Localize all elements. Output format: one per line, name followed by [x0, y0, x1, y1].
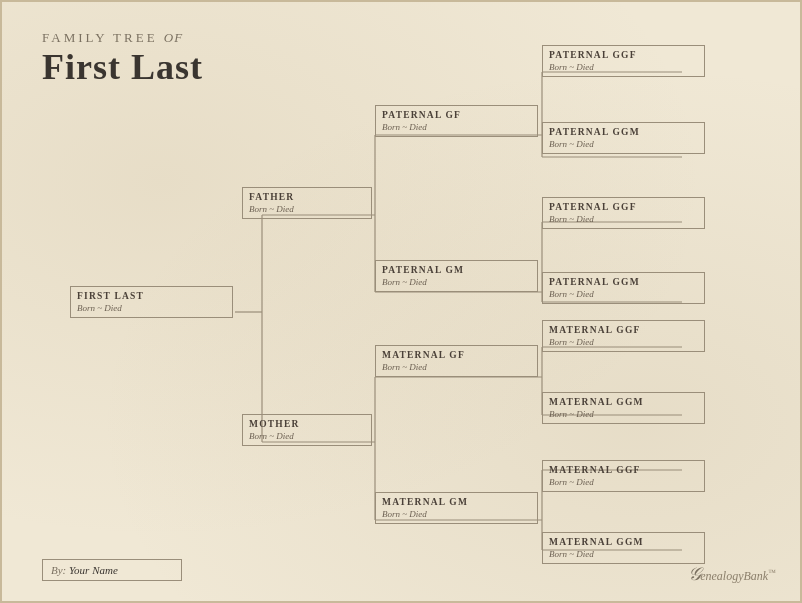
mat-ggm2-name: MATERNAL GGM [543, 533, 704, 548]
logo-tm: ™ [768, 568, 776, 577]
pat-ggm1-name: PATERNAL GGM [543, 123, 704, 138]
pat-ggf2-box: PATERNAL GGF Born ~ Died [542, 197, 705, 229]
paternal-gm-dates: Born ~ Died [376, 276, 537, 291]
father-dates: Born ~ Died [243, 203, 371, 218]
mat-ggm1-box: MATERNAL GGM Born ~ Died [542, 392, 705, 424]
maternal-gm-name: MATERNAL GM [376, 493, 537, 508]
pat-ggm1-box: PATERNAL GGM Born ~ Died [542, 122, 705, 154]
mat-ggf1-dates: Born ~ Died [543, 336, 704, 351]
maternal-gm-dates: Born ~ Died [376, 508, 537, 523]
paternal-gf-dates: Born ~ Died [376, 121, 537, 136]
logo-text: enealogyBank [700, 569, 768, 583]
mother-dates: Born ~ Died [243, 430, 371, 445]
pat-ggf1-name: PATERNAL GGF [543, 46, 704, 61]
mother-box: MOTHER Born ~ Died [242, 414, 372, 446]
pat-ggf2-name: PATERNAL GGF [543, 198, 704, 213]
maternal-gf-dates: Born ~ Died [376, 361, 537, 376]
father-box: FATHER Born ~ Died [242, 187, 372, 219]
logo: 𝒢enealogyBank™ [687, 564, 776, 585]
title-pre-text: FAMILY TREE [42, 30, 158, 45]
pat-ggf1-dates: Born ~ Died [543, 61, 704, 76]
pat-ggm2-box: PATERNAL GGM Born ~ Died [542, 272, 705, 304]
maternal-gf-box: MATERNAL GF Born ~ Died [375, 345, 538, 377]
maternal-gm-box: MATERNAL GM Born ~ Died [375, 492, 538, 524]
mat-ggf2-box: MATERNAL GGF Born ~ Died [542, 460, 705, 492]
by-name: Your Name [69, 564, 118, 576]
title-area: FAMILY TREE of First Last [42, 30, 203, 88]
father-name: FATHER [243, 188, 371, 203]
mat-ggf2-dates: Born ~ Died [543, 476, 704, 491]
pat-ggf2-dates: Born ~ Died [543, 213, 704, 228]
paternal-gf-name: PATERNAL GF [376, 106, 537, 121]
self-box: FIRST LAST Born ~ Died [70, 286, 233, 318]
title-name: First Last [42, 48, 203, 88]
self-name: FIRST LAST [71, 287, 232, 302]
title-subtitle: FAMILY TREE of [42, 30, 203, 46]
paternal-gm-name: PATERNAL GM [376, 261, 537, 276]
mother-name: MOTHER [243, 415, 371, 430]
pat-ggf1-box: PATERNAL GGF Born ~ Died [542, 45, 705, 77]
pat-ggm2-name: PATERNAL GGM [543, 273, 704, 288]
mat-ggf1-box: MATERNAL GGF Born ~ Died [542, 320, 705, 352]
mat-ggf2-name: MATERNAL GGF [543, 461, 704, 476]
pat-ggm1-dates: Born ~ Died [543, 138, 704, 153]
logo-g: 𝒢 [687, 564, 700, 584]
paternal-gm-box: PATERNAL GM Born ~ Died [375, 260, 538, 292]
by-line: By: Your Name [42, 559, 182, 581]
mat-ggm2-dates: Born ~ Died [543, 548, 704, 563]
mat-ggf1-name: MATERNAL GGF [543, 321, 704, 336]
mat-ggm1-name: MATERNAL GGM [543, 393, 704, 408]
by-label: By: [51, 564, 66, 576]
mat-ggm2-box: MATERNAL GGM Born ~ Died [542, 532, 705, 564]
pat-ggm2-dates: Born ~ Died [543, 288, 704, 303]
maternal-gf-name: MATERNAL GF [376, 346, 537, 361]
mat-ggm1-dates: Born ~ Died [543, 408, 704, 423]
self-dates: Born ~ Died [71, 302, 232, 317]
title-of-text: of [164, 30, 183, 45]
paternal-gf-box: PATERNAL GF Born ~ Died [375, 105, 538, 137]
page: FAMILY TREE of First Last FIRST LAST Bor… [0, 0, 802, 603]
